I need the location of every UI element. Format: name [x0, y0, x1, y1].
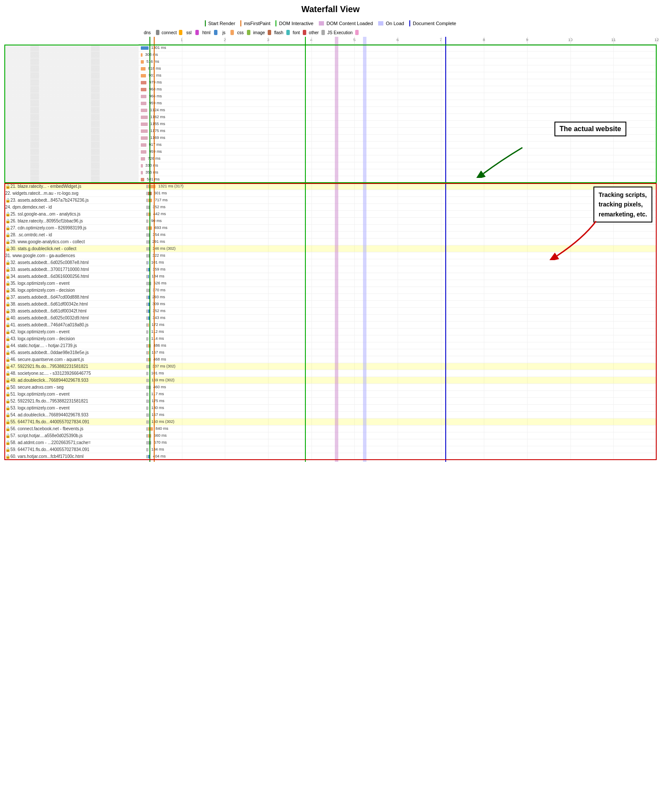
bar-label: 959 ms: [149, 101, 162, 105]
table-row: 968 ms: [4, 86, 657, 93]
url-cell: 🔒25. ssl.google-ana...om - analytics.js: [4, 212, 139, 216]
waterfall-bar: [141, 102, 146, 105]
bar-label: 117 ms: [151, 392, 164, 396]
bar-label: 693 ms: [155, 226, 168, 230]
timeline-row: 123456789101112: [139, 37, 657, 45]
bar-label: 352 ms: [152, 205, 165, 209]
bar-label: 184 ms: [152, 274, 165, 278]
bar-label: 979 ms: [149, 80, 162, 84]
url-cell: 🔒33. assets.adobedt...370017710000.html: [4, 267, 139, 272]
bar-area: 468 ms: [139, 356, 657, 363]
col-ssl: ssl: [182, 30, 195, 35]
bar-area: 333 ms: [139, 162, 657, 169]
waterfall-bar: [141, 88, 146, 91]
bar-label: 293 ms: [152, 295, 165, 299]
bar-lead: [146, 413, 148, 417]
table-row: 🔒25. ssl.google-ana...om - analytics.js4…: [4, 211, 657, 218]
table-row: 🔒37. assets.adobedt...6d47cd00d888.html2…: [4, 294, 657, 301]
bar-area: 840 ms: [139, 425, 657, 432]
bar-label: 352 ms: [152, 309, 165, 313]
bar-label: 460 ms: [153, 385, 166, 389]
table-row: 901 ms: [4, 72, 657, 79]
bar-label: 169 ms (302): [152, 378, 175, 382]
table-row: 581 ms: [4, 176, 657, 183]
bar-lead: [146, 441, 148, 445]
url-cell-blurred: [4, 45, 139, 51]
bar-area: 1321 ms (317): [139, 183, 657, 190]
url-cell-blurred: [4, 135, 139, 141]
waterfall-bar: [148, 420, 149, 424]
legend: Start Render msFirstPaint DOM Interactiv…: [0, 18, 661, 30]
bar-area: 959 ms: [139, 148, 657, 155]
url-cell: 🔒54. ad.doubleclick...7668944029678.933: [4, 412, 139, 417]
url-cell: 🔒55. 6447741.fls.do...4400557027834.091: [4, 419, 139, 424]
bar-area: 818 ms: [139, 65, 657, 72]
table-row: 🔒27. cdn.optimizely.com - 8269983199.js6…: [4, 225, 657, 232]
col-js-exec: JS Execution: [325, 30, 355, 35]
bar-area: 134 ms: [139, 446, 657, 453]
bar-area: 726 ms: [139, 155, 657, 162]
bar-lead: [146, 323, 148, 327]
bar-area: 322 ms: [139, 252, 657, 259]
url-cell-blurred: [4, 72, 139, 79]
html-swatch: [214, 30, 217, 35]
url-cell: 🔒43. logx.optimizely.com - decision: [4, 336, 139, 341]
bar-area: 959 ms: [139, 100, 657, 106]
bar-area: 442 ms: [139, 211, 657, 217]
bar-area: 1155 ms: [139, 121, 657, 127]
bar-area: 291 ms: [139, 238, 657, 245]
bar-lead: [146, 406, 148, 410]
waterfall-bar: [141, 46, 149, 50]
url-cell-blurred: [4, 58, 139, 65]
col-connect: connect: [159, 30, 179, 35]
font-swatch: [303, 30, 306, 35]
waterfall-bar: [141, 178, 144, 181]
table-row: 🔒23. assets.adobedt...8457a7b2476236.js7…: [4, 197, 657, 204]
waterfall-bar: [148, 441, 152, 445]
bar-label: 526 ms: [154, 281, 167, 285]
bar-label: 1175 ms: [150, 129, 165, 133]
bar-area: 1175 ms: [139, 128, 657, 134]
legend-label: msFirstPaint: [244, 21, 270, 26]
bar-lead: [146, 372, 148, 375]
waterfall-bar: [141, 116, 148, 119]
bar-lead: [146, 448, 148, 451]
bar-area: 175 ms: [139, 398, 657, 404]
bar-area: 169 ms (302): [139, 377, 657, 383]
table-row: 818 ms: [4, 65, 657, 72]
waterfall-bar: [148, 337, 149, 341]
bar-area: 1124 ms: [139, 107, 657, 113]
waterfall-bar: [148, 372, 149, 375]
bar-label: 1162 ms: [150, 115, 165, 119]
bar-area: 293 ms: [139, 294, 657, 300]
table-row: 🔒30. stats.g.doubleclick.net - collect34…: [4, 245, 657, 252]
flash-swatch: [286, 30, 290, 35]
col-dns: dns: [139, 30, 156, 35]
url-cell: 🔒46. secure.quantserve.com - aquant.js: [4, 357, 139, 362]
bar-area: 968 ms: [139, 86, 657, 93]
bar-area: 966 ms: [139, 93, 657, 100]
waterfall-bar: [148, 240, 150, 244]
waterfall-bar: [148, 393, 149, 396]
waterfall-bar: [148, 344, 151, 348]
bar-lead: [146, 213, 148, 216]
bar-label: 516 ms: [146, 59, 159, 64]
bar-label: 291 ms: [152, 239, 165, 244]
waterfall-bar: [148, 233, 150, 237]
bar-area: 359 ms: [139, 266, 657, 273]
waterfall-bar: [148, 413, 149, 417]
bar-label: 917 ms: [149, 142, 162, 147]
waterfall-bar: [148, 455, 151, 458]
bar-lead: [146, 393, 148, 396]
bar-area: 352 ms: [139, 204, 657, 210]
url-cell: 🔒58. ad.atdmt.com - ...2202663571;cache=: [4, 440, 139, 445]
bar-label: 337 ms (302): [152, 364, 175, 368]
waterfall-bar: [141, 53, 143, 57]
table-row: 🔒45. assets.adobedt...0ddae98e318e5e.js1…: [4, 349, 657, 356]
url-cell: 🔒32. assets.adobedt...6d025c0087e8.html: [4, 260, 139, 265]
legend-label: Start Render: [208, 21, 235, 26]
bar-label: 560 ms: [154, 433, 167, 438]
bar-lead: [146, 386, 148, 389]
table-row: 🔒60. vars.hotjar.com...fcb4f17100c.html4…: [4, 453, 657, 460]
page-title: Waterfall View: [0, 0, 661, 18]
